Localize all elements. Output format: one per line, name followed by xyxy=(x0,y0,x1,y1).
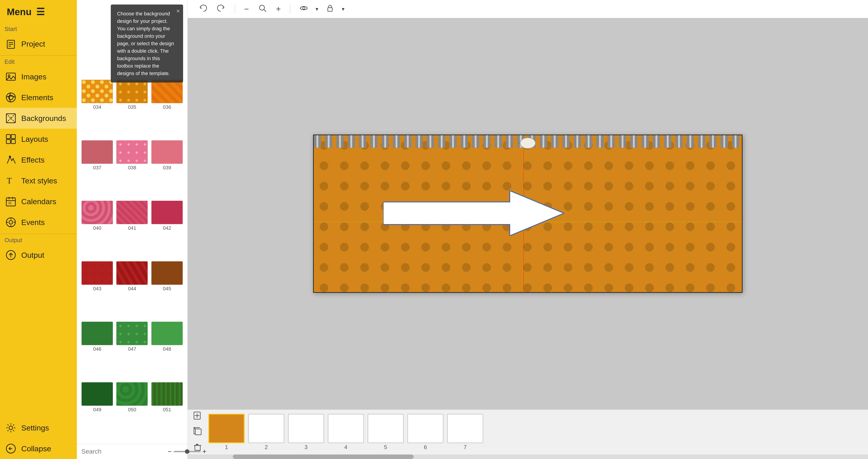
eye-button[interactable] xyxy=(298,2,310,16)
bg-thumb-043[interactable]: 043 xyxy=(81,261,114,320)
sidebar-item-elements[interactable]: Elements xyxy=(0,87,77,108)
bg-thumb-label-044: 044 xyxy=(128,286,136,292)
collapse-icon xyxy=(5,443,16,454)
bg-thumb-label-039: 039 xyxy=(163,165,171,171)
bg-thumb-img-034 xyxy=(81,80,113,103)
start-section-label: Start xyxy=(0,24,77,33)
bg-thumb-047[interactable]: 047 xyxy=(115,322,149,381)
bg-thumb-048[interactable]: 048 xyxy=(150,322,184,381)
page-thumb-inner-6 xyxy=(408,415,443,442)
page-thumb-2[interactable] xyxy=(248,414,284,443)
text-styles-icon: T xyxy=(5,175,16,186)
images-icon xyxy=(5,71,16,82)
bg-thumb-label-035: 035 xyxy=(128,104,136,110)
sidebar-item-layouts-label: Layouts xyxy=(21,135,48,144)
bg-thumb-img-043 xyxy=(81,261,113,285)
bg-thumb-039[interactable]: 039 xyxy=(150,140,184,200)
page-thumb-4[interactable] xyxy=(328,414,364,443)
page-thumb-7[interactable] xyxy=(447,414,483,443)
svg-rect-13 xyxy=(6,140,10,144)
zoom-plus-btn[interactable]: + xyxy=(203,448,207,455)
horizontal-scrollbar[interactable] xyxy=(188,455,868,459)
hamburger-icon[interactable]: ☰ xyxy=(36,6,45,18)
canvas-arrow xyxy=(383,191,564,237)
lock-dropdown-icon[interactable]: ▾ xyxy=(342,6,344,12)
page-num-6: 6 xyxy=(424,444,427,451)
svg-point-23 xyxy=(9,220,13,224)
page-num-3: 3 xyxy=(305,444,307,451)
backgrounds-panel: × Choose the background design for your … xyxy=(77,0,188,459)
sidebar-item-project[interactable]: Project xyxy=(0,33,77,54)
bg-thumb-034[interactable]: 034 xyxy=(81,80,114,139)
page-thumb-5[interactable] xyxy=(368,414,404,443)
search-bar: − + xyxy=(77,444,187,459)
sidebar-item-settings[interactable]: Settings xyxy=(0,418,77,438)
calendars-icon: 31 xyxy=(5,196,16,207)
bg-thumb-049[interactable]: 049 xyxy=(81,382,114,441)
zoom-slider[interactable] xyxy=(174,451,201,452)
bg-thumb-img-050 xyxy=(116,382,148,406)
svg-text:T: T xyxy=(7,176,12,185)
zoom-in-button[interactable]: + xyxy=(274,2,283,16)
zoom-minus-btn[interactable]: − xyxy=(168,448,172,455)
lock-button[interactable] xyxy=(324,2,336,16)
bg-thumb-037[interactable]: 037 xyxy=(81,140,114,200)
sidebar-item-output[interactable]: Output xyxy=(0,245,77,266)
bg-thumb-label-049: 049 xyxy=(93,407,101,412)
scrollbar-thumb[interactable] xyxy=(233,455,414,459)
bg-thumb-label-050: 050 xyxy=(128,407,136,412)
bg-thumb-040[interactable]: 040 xyxy=(81,201,114,260)
bg-thumb-046[interactable]: 046 xyxy=(81,322,114,381)
bg-thumb-label-048: 048 xyxy=(163,346,171,352)
bg-thumb-label-043: 043 xyxy=(93,286,101,292)
svg-marker-34 xyxy=(383,191,564,236)
sidebar-item-events-label: Events xyxy=(21,218,45,227)
bg-thumb-035[interactable]: 035 xyxy=(115,80,149,139)
eye-dropdown-icon[interactable]: ▾ xyxy=(315,6,318,12)
bg-thumb-042[interactable]: 042 xyxy=(150,201,184,260)
bg-thumb-036[interactable]: 036 xyxy=(150,80,184,139)
sidebar-item-layouts[interactable]: Layouts xyxy=(0,129,77,149)
sidebar-item-images[interactable]: Images xyxy=(0,66,77,87)
settings-icon xyxy=(5,422,16,433)
page-thumb-6[interactable] xyxy=(407,414,443,443)
sidebar-item-calendars[interactable]: 31 Calendars xyxy=(0,191,77,212)
output-section-label: Output xyxy=(0,235,77,245)
bg-thumb-label-041: 041 xyxy=(128,225,136,231)
bg-thumb-img-036 xyxy=(151,80,183,103)
bg-thumb-045[interactable]: 045 xyxy=(150,261,184,320)
bg-thumb-img-051 xyxy=(151,382,183,406)
add-page-button[interactable] xyxy=(192,410,203,423)
page-thumb-inner-4 xyxy=(329,415,363,442)
sidebar-item-collapse[interactable]: Collapse xyxy=(0,438,77,459)
toolbar: − + ▾ ▾ xyxy=(188,0,868,18)
bg-thumb-img-039 xyxy=(151,140,183,164)
sidebar-item-effects[interactable]: Effects xyxy=(0,149,77,170)
bg-thumb-041[interactable]: 041 xyxy=(115,201,149,260)
bg-thumb-img-048 xyxy=(151,322,183,345)
page-thumb-3[interactable] xyxy=(288,414,324,443)
sidebar-item-images-label: Images xyxy=(21,72,46,81)
svg-point-7 xyxy=(6,93,16,102)
zoom-search-button[interactable] xyxy=(256,2,269,16)
bg-thumb-038[interactable]: 038 xyxy=(115,140,149,200)
sidebar-item-events[interactable]: Events xyxy=(0,212,77,233)
bg-thumb-044[interactable]: 044 xyxy=(115,261,149,320)
sidebar-item-backgrounds[interactable]: Backgrounds xyxy=(0,108,77,129)
page-num-1: 1 xyxy=(225,444,228,451)
bg-thumb-051[interactable]: 051 xyxy=(150,382,184,441)
bg-thumb-050[interactable]: 050 xyxy=(115,382,149,441)
undo-button[interactable] xyxy=(197,2,209,16)
tooltip-close[interactable]: × xyxy=(176,6,180,16)
svg-point-32 xyxy=(303,7,305,9)
backgrounds-icon xyxy=(5,113,16,124)
page-container-4: 4 xyxy=(328,414,364,451)
copy-page-button[interactable] xyxy=(192,426,203,439)
redo-button[interactable] xyxy=(215,2,227,16)
svg-rect-14 xyxy=(11,140,16,144)
bg-thumb-label-034: 034 xyxy=(93,104,101,110)
zoom-out-button[interactable]: − xyxy=(242,2,251,16)
page-thumb-1[interactable] xyxy=(209,414,245,443)
search-input[interactable] xyxy=(81,448,162,455)
sidebar-item-text-styles[interactable]: T Text styles xyxy=(0,170,77,191)
